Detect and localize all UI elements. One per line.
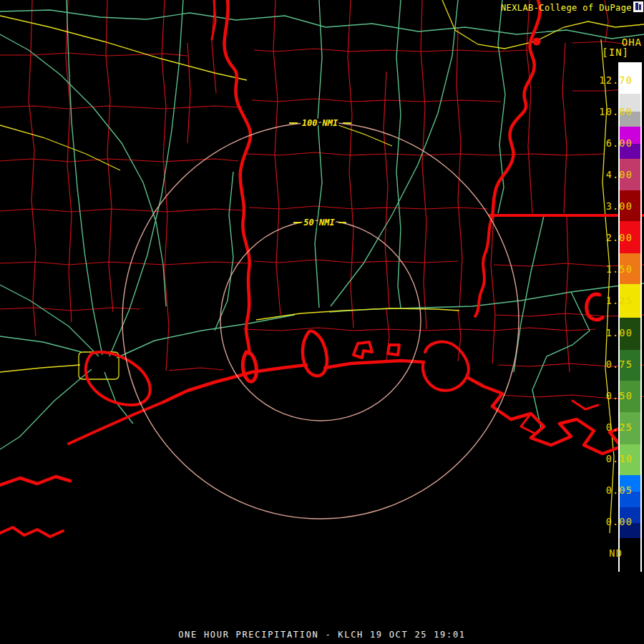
legend-value-label: 2.00 [584, 233, 633, 243]
legend-value-labels: 12.7010.006.004.003.002.001.501.251.000.… [584, 64, 633, 569]
legend-value-label: 12.70 [584, 75, 633, 85]
sabine-lake [243, 352, 256, 381]
legend-value-label: ND [574, 548, 633, 558]
legend-value-label: 6.00 [584, 138, 633, 148]
legend-value-label: 0.05 [584, 485, 633, 495]
product-caption: ONE HOUR PRECIPITATION - KLCH 19 OCT 25 … [0, 630, 644, 640]
galveston-island [69, 402, 163, 444]
highway-lines-primary [0, 0, 644, 533]
legend-units-label: [IN] [602, 47, 629, 58]
legend-value-label: 0.75 [584, 359, 633, 369]
college-of-dupage-logo-icon [633, 1, 643, 12]
range-ring-label-100: 100 NMI [302, 118, 338, 128]
calcasieu-lake [303, 331, 327, 376]
legend-value-label: 1.25 [584, 296, 633, 306]
radar-map: 100 NMI 50 NMI [0, 0, 644, 644]
radar-display: 100 NMI 50 NMI NEXLAB-College of DuPage … [0, 0, 644, 644]
range-ring-label-50: 50 NMI [303, 218, 335, 228]
legend-value-label: 1.00 [584, 328, 633, 338]
legend-value-label: 0.10 [584, 454, 633, 464]
site-title: NEXLAB-College of DuPage [501, 3, 632, 13]
range-ring-50nmi [220, 220, 421, 421]
vermilion-bay [423, 342, 469, 391]
legend-value-label: 1.50 [584, 264, 633, 274]
legend-value-label: 3.00 [584, 201, 633, 211]
legend-value-label: 0.50 [584, 391, 633, 401]
legend-value-label: 0.25 [584, 422, 633, 432]
coastline [163, 365, 306, 402]
legend-value-label: 0.00 [584, 517, 633, 527]
legend-value-label: 4.00 [584, 170, 633, 180]
water-feature-lines [0, 0, 644, 537]
sabine-river [224, 0, 250, 353]
legend-value-label: 10.00 [584, 107, 633, 117]
